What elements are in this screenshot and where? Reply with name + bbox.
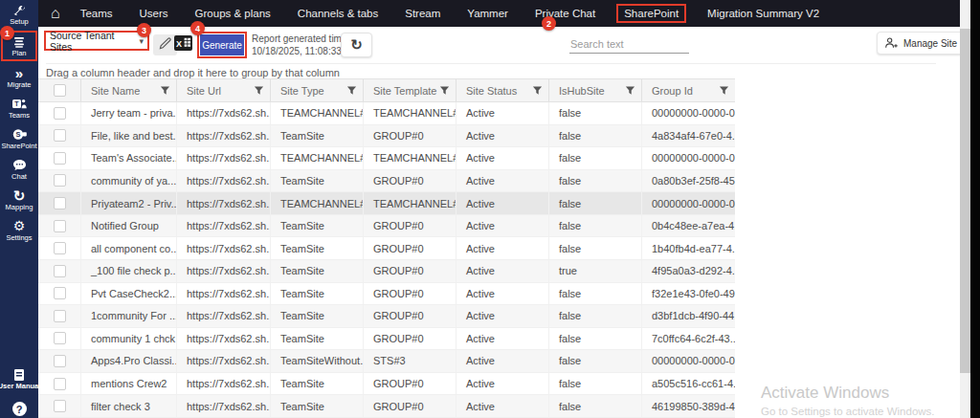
- table-row[interactable]: 1community For ... https://7xds62.sh... …: [38, 305, 735, 328]
- row-checkbox[interactable]: [54, 332, 66, 344]
- filter-icon[interactable]: [346, 85, 357, 96]
- source-tenant-select[interactable]: Source Tenant Sites ▾: [44, 31, 149, 51]
- refresh-button[interactable]: ↻: [341, 33, 372, 57]
- sharepoint-icon: S: [12, 127, 27, 142]
- svg-text:X: X: [175, 39, 181, 49]
- gear-icon: ⚙: [13, 219, 26, 233]
- sidebar-item-settings[interactable]: ⚙ Settings: [1, 216, 37, 245]
- manage-site-users-button[interactable]: Manage Site Use: [877, 32, 969, 55]
- row-checkbox[interactable]: [54, 174, 66, 187]
- column-header-site-url[interactable]: Site Url: [177, 79, 271, 101]
- nav-item-label: Users: [140, 8, 168, 19]
- cell-site-type: TeamSite: [271, 215, 364, 237]
- table-row[interactable]: Priyateam2 - Priv... https://7xds62.sh..…: [38, 192, 735, 215]
- generate-annotation-box: Generate: [197, 32, 247, 58]
- table-row[interactable]: Notified Group https://7xds62.sh... Team…: [38, 215, 735, 238]
- row-checkbox[interactable]: [54, 129, 66, 142]
- table-row[interactable]: Team's Associate... https://7xds62.sh...…: [38, 147, 735, 170]
- row-checkbox[interactable]: [54, 287, 66, 299]
- scrollbar-thumb[interactable]: [960, 29, 970, 373]
- column-header-site-name[interactable]: Site Name: [81, 79, 177, 101]
- tab-stream[interactable]: Stream: [391, 6, 454, 21]
- sidebar-item-teams[interactable]: T Teams: [1, 94, 37, 122]
- sidebar-item-migrate[interactable]: » Migrate: [1, 63, 37, 92]
- table-row[interactable]: Jerry team - priva... https://7xds62.sh.…: [38, 102, 735, 125]
- row-checkbox[interactable]: [54, 310, 66, 322]
- row-checkbox[interactable]: [54, 152, 66, 165]
- chat-icon: [12, 158, 27, 172]
- table-row[interactable]: Pvt CaseCheck2... https://7xds62.sh... T…: [38, 283, 735, 306]
- person-plus-icon: [884, 36, 899, 51]
- row-checkbox[interactable]: [54, 355, 66, 367]
- tab-channels-tabs[interactable]: Channels & tabs: [284, 6, 391, 21]
- select-all-checkbox[interactable]: [54, 84, 66, 97]
- table-row[interactable]: _100 file check p... https://7xds62.sh..…: [38, 260, 735, 283]
- generate-button[interactable]: Generate: [200, 34, 244, 55]
- cell-site-template: GROUP#0: [364, 305, 457, 327]
- home-icon[interactable]: ⌂: [51, 7, 60, 20]
- column-header-site-status[interactable]: Site Status: [457, 79, 549, 101]
- column-header-label: Site Name: [91, 85, 160, 97]
- filter-icon[interactable]: [719, 85, 729, 96]
- table-row[interactable]: community of ya... https://7xds62.sh... …: [38, 170, 735, 193]
- watermark-line1: Activate Windows: [761, 384, 935, 403]
- tab-groups-plans[interactable]: Groups & plans: [182, 6, 284, 21]
- sidebar-item-mapping[interactable]: ↻ Mapping: [1, 186, 37, 214]
- filter-icon[interactable]: [160, 85, 170, 96]
- cell-site-template: GROUP#0: [364, 170, 457, 192]
- teams-icon: T: [12, 97, 27, 111]
- filter-icon[interactable]: [439, 85, 450, 96]
- sidebar-item-sharepoint[interactable]: S SharePoint: [1, 124, 37, 153]
- sidebar-item-label: Mapping: [6, 203, 33, 211]
- sidebar-item-setup[interactable]: Setup: [1, 2, 37, 27]
- sidebar-item-chat[interactable]: Chat: [1, 155, 37, 184]
- row-checkbox[interactable]: [54, 378, 66, 390]
- tab-teams[interactable]: Teams: [67, 6, 126, 21]
- table-row[interactable]: Apps4.Pro Classi... https://7xds62.sh...…: [38, 350, 735, 373]
- row-checkbox[interactable]: [54, 107, 66, 120]
- tab-users[interactable]: Users: [126, 6, 182, 21]
- table-row[interactable]: filter check 3 https://7xds62.sh... Team…: [38, 395, 735, 418]
- cell-site-url: https://7xds62.sh...: [177, 192, 271, 214]
- column-header-group-id[interactable]: Group Id: [642, 79, 735, 101]
- row-checkbox[interactable]: [54, 220, 66, 232]
- filter-icon[interactable]: [254, 85, 264, 96]
- table-row[interactable]: mentions Crew2 https://7xds62.sh... Team…: [38, 373, 735, 396]
- search-input[interactable]: [569, 35, 689, 54]
- table-row[interactable]: all component co... https://7xds62.sh...…: [38, 237, 735, 260]
- table-row[interactable]: community 1 chck https://7xds62.sh... Te…: [38, 328, 735, 351]
- filter-icon[interactable]: [532, 85, 543, 96]
- cell-is-hub-site: false: [549, 328, 642, 350]
- column-header-ishubsite[interactable]: IsHubSite: [549, 79, 642, 101]
- tab-sharepoint[interactable]: SharePoint: [616, 4, 686, 23]
- nav-item-label: Teams: [80, 8, 113, 19]
- sidebar-item-user-manual[interactable]: User Manual: [1, 363, 37, 395]
- cell-site-status: Active: [457, 328, 549, 350]
- cell-site-name: community of ya...: [81, 170, 177, 192]
- cell-site-type: TeamSite: [271, 305, 364, 327]
- export-excel-button[interactable]: X: [173, 37, 192, 53]
- sidebar-item-label: Teams: [9, 111, 30, 120]
- column-header-site-template[interactable]: Site Template: [364, 79, 457, 101]
- cell-site-name: File, like and best...: [81, 125, 177, 147]
- nav-item-label: Groups & plans: [195, 8, 271, 19]
- cell-site-type: TeamSite: [271, 170, 364, 192]
- row-checkbox[interactable]: [54, 265, 66, 277]
- cell-group-id: a505c516-cc61-4...: [642, 373, 735, 395]
- sidebar: Setup Plan » Migrate T Teams S SharePoin…: [0, 0, 38, 418]
- row-checkbox[interactable]: [54, 400, 66, 412]
- table-row[interactable]: File, like and best... https://7xds62.sh…: [38, 125, 735, 148]
- column-header-site-type[interactable]: Site Type: [271, 79, 364, 101]
- cell-site-template: STS#3: [364, 350, 457, 372]
- row-checkbox[interactable]: [54, 242, 66, 254]
- cell-site-name: Apps4.Pro Classi...: [81, 350, 177, 372]
- row-checkbox[interactable]: [54, 197, 66, 209]
- tab-yammer[interactable]: Yammer: [454, 6, 522, 21]
- cell-site-type: TeamSiteWithout...: [271, 350, 364, 372]
- filter-icon[interactable]: [625, 85, 635, 96]
- tab-migration-summary-v2[interactable]: Migration Summary V2: [694, 6, 833, 21]
- cell-site-url: https://7xds62.sh...: [177, 215, 271, 237]
- tab-private-chat[interactable]: Private Chat: [522, 6, 609, 21]
- cell-site-status: Active: [457, 147, 549, 169]
- help-icon[interactable]: ?: [12, 402, 27, 416]
